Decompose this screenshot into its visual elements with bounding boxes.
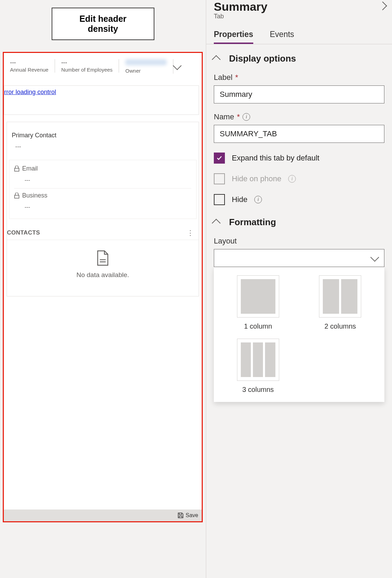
more-options-button[interactable]: ⋮ — [187, 229, 194, 237]
label-input[interactable] — [214, 85, 384, 103]
expand-default-label: Expand this tab by default — [232, 154, 319, 163]
layout-dropdown[interactable] — [214, 249, 384, 267]
tab-properties[interactable]: Properties — [214, 30, 253, 44]
header-employees-cell[interactable]: --- Number of Employees — [55, 59, 119, 73]
contact-details-subcard: Email --- Business --- — [9, 160, 197, 219]
header-employees-label: Number of Employees — [61, 67, 112, 73]
header-expand-button[interactable] — [173, 59, 186, 71]
chevron-right-icon — [378, 1, 387, 10]
header-owner-label: Owner — [125, 68, 167, 74]
info-icon[interactable]: i — [254, 196, 262, 203]
info-icon[interactable]: i — [288, 175, 296, 183]
properties-panel: Summary Tab Properties Events Display op… — [206, 0, 392, 578]
layout-3-caption: 3 columns — [222, 386, 294, 394]
required-indicator: * — [235, 73, 238, 82]
layout-options-flyout: 1 column 2 columns 3 columns — [214, 267, 384, 402]
error-loading-link[interactable]: rror loading control — [4, 86, 199, 114]
edit-header-density-button[interactable]: Edit header density — [52, 8, 155, 40]
save-icon — [177, 512, 184, 519]
form-preview-area: Edit header density --- Annual Revenue -… — [0, 0, 206, 578]
panel-title: Summary — [214, 0, 267, 13]
layout-field-label: Layout — [214, 237, 237, 246]
primary-contact-section[interactable]: Primary Contact --- Email --- — [7, 122, 199, 296]
display-options-heading: Display options — [229, 53, 296, 64]
email-value: --- — [14, 174, 191, 188]
layout-option-2-columns[interactable]: 2 columns — [304, 275, 376, 330]
header-revenue-label: Annual Revenue — [10, 67, 48, 73]
no-data-placeholder: No data available. — [7, 240, 199, 292]
display-options-toggle[interactable]: Display options — [214, 53, 384, 64]
error-control-card: rror loading control — [4, 85, 199, 115]
business-value: --- — [14, 201, 191, 215]
header-owner-value-redacted — [125, 59, 167, 65]
save-label[interactable]: Save — [186, 512, 198, 519]
hide-checkbox[interactable] — [214, 194, 225, 205]
header-fields-row: --- Annual Revenue --- Number of Employe… — [4, 53, 202, 83]
header-revenue-value: --- — [10, 59, 48, 67]
layout-1-caption: 1 column — [222, 322, 294, 330]
info-icon[interactable]: i — [243, 113, 250, 121]
hide-on-phone-checkbox — [214, 173, 225, 184]
formatting-heading: Formatting — [229, 217, 276, 228]
chevron-down-icon — [173, 61, 182, 70]
form-preview-frame[interactable]: --- Annual Revenue --- Number of Employe… — [3, 52, 203, 522]
panel-tab-strip: Properties Events — [206, 20, 392, 44]
contacts-section-title: CONTACTS — [7, 229, 40, 236]
save-status-bar: Save — [4, 510, 202, 521]
layout-option-3-columns[interactable]: 3 columns — [222, 339, 294, 394]
lock-icon — [14, 166, 19, 172]
primary-contact-label: Primary Contact — [12, 129, 194, 142]
name-field-label: Name — [214, 112, 234, 121]
header-owner-cell[interactable]: Owner — [119, 59, 173, 74]
required-indicator: * — [237, 112, 240, 121]
tab-events[interactable]: Events — [270, 30, 294, 44]
hide-on-phone-label: Hide on phone — [232, 174, 281, 183]
label-field-label: Label — [214, 73, 233, 82]
check-icon — [216, 155, 223, 162]
document-icon — [96, 250, 109, 266]
business-label: Business — [22, 192, 47, 199]
panel-expand-button[interactable] — [380, 0, 386, 10]
chevron-up-icon — [212, 55, 220, 64]
lock-icon — [14, 193, 19, 199]
panel-subtitle: Tab — [206, 13, 392, 20]
name-input[interactable] — [214, 125, 384, 143]
hide-label: Hide — [232, 195, 247, 204]
formatting-toggle[interactable]: Formatting — [214, 217, 384, 228]
chevron-down-icon — [370, 253, 379, 262]
header-revenue-cell[interactable]: --- Annual Revenue — [4, 59, 55, 73]
primary-contact-value: --- — [12, 142, 194, 154]
layout-2-caption: 2 columns — [304, 322, 376, 330]
expand-default-checkbox[interactable] — [214, 153, 225, 164]
email-label: Email — [22, 165, 38, 172]
layout-option-1-column[interactable]: 1 column — [222, 275, 294, 330]
chevron-up-icon — [212, 219, 220, 227]
header-employees-value: --- — [61, 59, 112, 67]
